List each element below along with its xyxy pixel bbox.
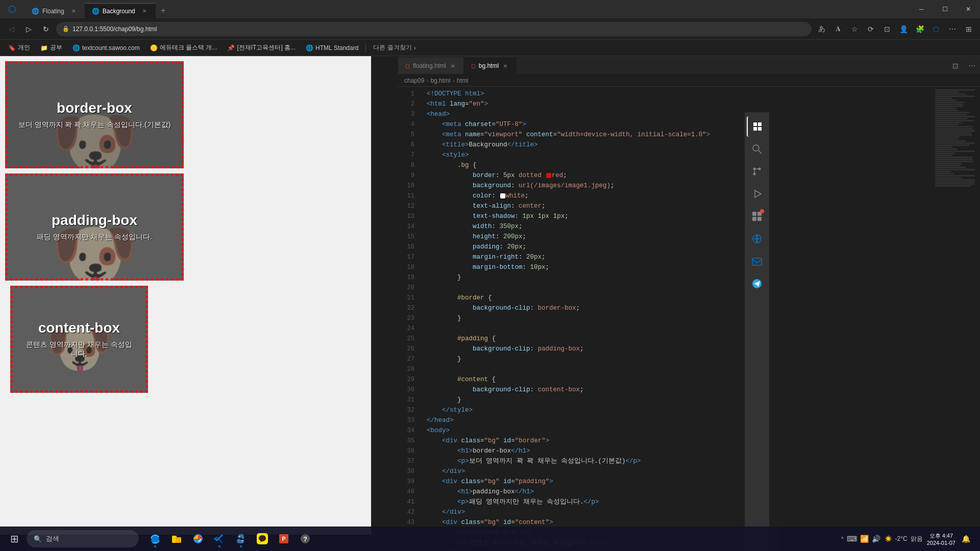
- minimap-line: [935, 116, 975, 117]
- activity-extensions[interactable]: [747, 206, 767, 227]
- extension-icon[interactable]: 🧩: [913, 22, 927, 36]
- bookmark-htmlstandard[interactable]: 🌐 HTML Standard: [302, 42, 362, 54]
- maximize-button[interactable]: ☐: [933, 0, 957, 18]
- more-actions-icon[interactable]: ⋯: [964, 58, 980, 74]
- editor-tab-actions: ⊡ ⋯: [947, 58, 980, 74]
- clock[interactable]: 오후 4:47 2024-01-07: [927, 532, 955, 546]
- line-number: 22: [398, 303, 414, 313]
- activity-search[interactable]: [747, 139, 767, 159]
- bookmark-icon: 🌐: [306, 44, 313, 52]
- line-number: 23: [398, 313, 414, 323]
- system-tray: ^ ⌨ 📶 🔊: [841, 535, 880, 543]
- taskbar-python[interactable]: [231, 529, 251, 549]
- edge-icon[interactable]: ⬡: [929, 22, 943, 36]
- profile-icon[interactable]: 👤: [896, 22, 911, 36]
- new-tab-button[interactable]: +: [156, 3, 171, 18]
- wifi-icon[interactable]: 📶: [860, 535, 869, 543]
- editor-scrollbar[interactable]: [975, 87, 980, 551]
- taskbar: ⊞ 🔍 검색 P ? ^ ⌨ 📶: [0, 527, 980, 551]
- taskbar-search[interactable]: 🔍 검색: [27, 530, 139, 547]
- breadcrumb-chap09[interactable]: chap09: [404, 77, 424, 84]
- taskbar-kakaotalk[interactable]: [252, 529, 273, 549]
- code-line: }: [427, 272, 934, 283]
- line-number: 40: [398, 487, 414, 497]
- forward-button[interactable]: ▷: [21, 22, 36, 36]
- minimap-line: [935, 142, 975, 144]
- svg-rect-11: [757, 212, 762, 216]
- tab-close-floating[interactable]: ✕: [449, 62, 456, 69]
- volume-icon[interactable]: 🔊: [872, 535, 880, 543]
- line-number: 31: [398, 395, 414, 405]
- address-bar[interactable]: 🔒 127.0.0.1:5500/chap09/bg.html: [56, 22, 812, 36]
- activity-remote[interactable]: [747, 229, 767, 249]
- tab-background-close[interactable]: ✕: [140, 7, 149, 15]
- bookmark-icon: 📁: [40, 44, 48, 52]
- notification-center[interactable]: 🔔: [960, 533, 972, 545]
- minimap-line: [935, 93, 966, 95]
- minimap-line: [935, 163, 962, 164]
- taskbar-explorer[interactable]: [166, 529, 187, 549]
- tab-close-bg[interactable]: ✕: [502, 62, 509, 69]
- bookmark-edutech[interactable]: 🟡 에듀테크 플스택 개...: [146, 41, 222, 54]
- code-line: <h1>border-box</h1>: [427, 446, 934, 456]
- code-line: background: url(/images/image1.jpeg);: [427, 181, 934, 191]
- activity-debug[interactable]: [747, 184, 767, 204]
- title-tab-floating[interactable]: 🌐 Floating ✕: [24, 3, 85, 18]
- taskbar-chrome[interactable]: [188, 529, 208, 549]
- minimap-line: [935, 177, 962, 179]
- content-box-preview: content-box 콘텐츠 영역까지만 채우는 속성입니다.: [10, 286, 148, 393]
- refresh-button[interactable]: ↻: [39, 22, 53, 36]
- editor-tab-bg[interactable]: ◻ bg.html ✕: [464, 58, 517, 74]
- back-button[interactable]: ◁: [4, 22, 18, 36]
- code-line: margin-bottom: 10px;: [427, 262, 934, 272]
- weather-widget[interactable]: ☀️ -2°C 맑음: [885, 535, 923, 543]
- code-line: #border {: [427, 293, 934, 303]
- taskbar-edge[interactable]: [145, 529, 165, 549]
- line-number: 21: [398, 293, 414, 303]
- browser-toolbar: ◁ ▷ ↻ 🔒 127.0.0.1:5500/chap09/bg.html あ …: [0, 18, 980, 40]
- minimap-line: [935, 89, 975, 91]
- taskbar-vscode[interactable]: [209, 529, 230, 549]
- bookmark-icon: 📌: [227, 44, 235, 52]
- bookmark-personal[interactable]: 🔖 개인: [4, 41, 34, 54]
- tab-floating-label: floating.html: [413, 62, 446, 69]
- line-number: 41: [398, 497, 414, 507]
- activity-outlook[interactable]: [747, 251, 767, 271]
- reader-icon[interactable]: 𝐀: [831, 22, 845, 36]
- close-button[interactable]: ✕: [957, 0, 980, 18]
- minimap-line: [935, 140, 966, 142]
- svg-rect-16: [752, 258, 762, 265]
- line-number: 42: [398, 507, 414, 517]
- breadcrumb-bhtml[interactable]: bg.html: [430, 77, 450, 84]
- minimize-button[interactable]: ─: [910, 0, 933, 18]
- code-line: </style>: [427, 405, 934, 415]
- taskbar-unknown[interactable]: ?: [295, 529, 315, 549]
- menu-icon[interactable]: ⋯: [945, 22, 960, 36]
- start-button[interactable]: ⊞: [4, 529, 24, 549]
- editor-tab-floating[interactable]: ◻ floating.html ✕: [398, 58, 464, 74]
- bookmark-more[interactable]: 다른 즐겨찾기 ›: [369, 41, 420, 54]
- split-editor-icon[interactable]: ⊡: [947, 58, 964, 74]
- browser-sidebar-icon[interactable]: ⊡: [880, 22, 894, 36]
- breadcrumb-sep2: ›: [453, 77, 455, 84]
- svg-rect-13: [757, 217, 762, 221]
- svg-point-4: [753, 145, 759, 151]
- refresh-page-icon[interactable]: ⟳: [864, 22, 878, 36]
- breadcrumb-html[interactable]: html: [457, 77, 469, 84]
- tab-floating-close[interactable]: ✕: [69, 7, 78, 15]
- chevron-icon[interactable]: ^: [841, 536, 844, 542]
- bookmark-study[interactable]: 📁 공부: [36, 41, 66, 54]
- editor-area: ◻ floating.html ✕ ◻ bg.html ✕ ⊡ ⋯ chap09…: [398, 56, 980, 551]
- taskbar-powerpoint[interactable]: P: [274, 529, 294, 549]
- title-tab-background[interactable]: 🌐 Background ✕: [85, 3, 156, 18]
- keyboard-icon[interactable]: ⌨: [847, 535, 857, 543]
- bookmark-jeonjaeit[interactable]: 📌 [전재IT고육센터] 홈...: [223, 41, 300, 54]
- sidebar-toggle[interactable]: ⊞: [962, 22, 976, 36]
- code-content[interactable]: <!DOCTYPE html><html lang="en"><head> <m…: [419, 87, 934, 551]
- bookmark-textcount[interactable]: 🌐 textcount.sawoo.com: [68, 42, 144, 54]
- activity-git[interactable]: [747, 161, 767, 182]
- favorite-icon[interactable]: ☆: [847, 22, 862, 36]
- translate-icon[interactable]: あ: [815, 22, 829, 36]
- activity-explorer[interactable]: [747, 116, 767, 137]
- activity-telegram[interactable]: [747, 273, 767, 294]
